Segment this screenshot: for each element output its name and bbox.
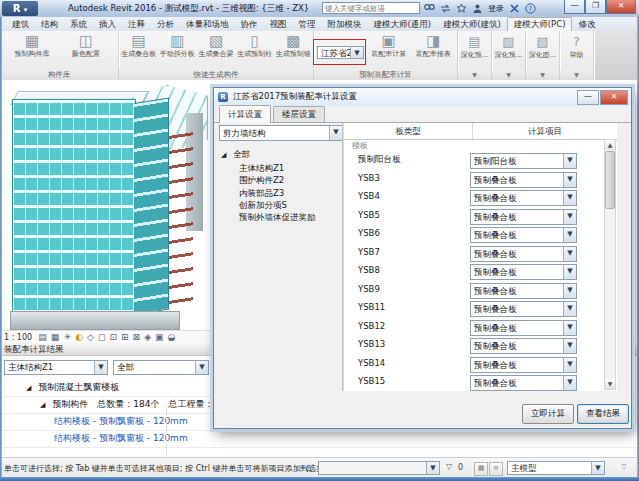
building-3d-model[interactable] [8, 83, 208, 330]
search-input[interactable] [322, 2, 420, 14]
ribbon-tab[interactable]: 插入 [93, 17, 122, 31]
home-icon[interactable]: ⌂ [305, 462, 311, 473]
category-select[interactable]: 主体结构Z1▼ [4, 360, 108, 375]
calc-item-select[interactable]: 预制叠合板▼ [470, 301, 577, 317]
sign-in-label[interactable]: 登录 [488, 3, 504, 14]
design-option-select[interactable]: 主模型▼ [507, 461, 605, 475]
tree-item[interactable]: 主体结构Z1 [221, 162, 346, 174]
view-control-icon[interactable]: ◻ [98, 331, 105, 343]
calc-item-select[interactable]: 预制叠合板▼ [470, 246, 577, 262]
ribbon-tab[interactable]: 分析 [151, 17, 180, 31]
table-scrollbar[interactable]: ▲ ▼ [604, 139, 616, 390]
panel-expand-arrow-icon[interactable]: ▼ [458, 70, 491, 80]
calc-item-select[interactable]: 预制阳台板▼ [470, 153, 577, 169]
ribbon-mini-panel-button[interactable]: ? 帮助 ▼ [560, 31, 594, 80]
calculate-now-button[interactable]: 立即计算 [522, 404, 574, 424]
view-control-icon[interactable]: ⊠ [133, 331, 141, 343]
ribbon-button[interactable]: ▩ 生成预制墙 [274, 31, 312, 69]
dialog-minimize-button[interactable]: — [577, 90, 599, 105]
dialog-close-button[interactable]: ✕ [600, 90, 628, 105]
favorites-star-icon[interactable] [456, 3, 467, 14]
expanded-triangle-icon[interactable]: ◢ [221, 151, 226, 159]
dialog-tab[interactable]: 楼层设置 [273, 106, 325, 122]
tree-item[interactable]: 围护构件Z2 [221, 174, 346, 186]
ribbon-tab[interactable]: 结构 [35, 17, 64, 31]
standard-select[interactable]: 江苏省2017▼ [317, 46, 364, 59]
view-control-icon[interactable]: ▤ [38, 331, 47, 343]
ribbon-tab[interactable]: 建筑 [6, 17, 35, 31]
ribbon-button[interactable]: ▤ 生成叠合板 [120, 31, 158, 69]
ribbon-mini-panel-button[interactable]: ▤ 深化预... ▼ [458, 31, 492, 80]
tree-item[interactable]: 创新加分项S [221, 199, 346, 211]
user-icon[interactable] [472, 3, 483, 14]
ribbon-tab[interactable]: 附加模块 [322, 17, 368, 31]
calc-item-select[interactable]: 预制叠合板▼ [470, 264, 577, 280]
calc-item-select[interactable]: 预制叠合板▼ [470, 320, 577, 336]
component-link-row[interactable]: 结构楼板 - 预制飘窗板 - 120mm [0, 430, 639, 448]
view-control-icon[interactable]: ◒ [168, 331, 176, 343]
ribbon-mini-panel-button[interactable]: ▨ 深化预... ▼ [492, 31, 526, 80]
ribbon-tab[interactable]: 管理 [293, 17, 322, 31]
view-control-icon[interactable]: ☀ [63, 331, 71, 343]
calc-item-select[interactable]: 预制叠合板▼ [470, 190, 577, 206]
scroll-down-icon[interactable]: ▼ [605, 379, 615, 389]
scroll-up-icon[interactable]: ▲ [605, 140, 615, 150]
calc-item-select[interactable]: 预制叠合板▼ [470, 209, 577, 225]
view-control-icon[interactable]: ▦ [51, 331, 60, 343]
search-icon[interactable] [424, 3, 435, 14]
ribbon-tab[interactable]: 系统 [64, 17, 93, 31]
calc-item-select[interactable]: 预制叠合板▼ [470, 283, 577, 299]
view-control-icon[interactable]: ▣ [155, 331, 164, 343]
filter-selection-icon[interactable]: ▽ [618, 462, 630, 474]
view-scale[interactable]: 1 : 100 [4, 333, 32, 342]
expanded-triangle-icon[interactable]: ◢ [40, 401, 45, 409]
exchange-icon[interactable] [440, 3, 451, 14]
tree-item[interactable]: 内装部品Z3 [221, 187, 346, 199]
ribbon-tab[interactable]: 注释 [122, 17, 151, 31]
ribbon-button[interactable]: ▥ 手动拆分板 [158, 31, 196, 69]
select-toggle-icon[interactable]: ▦ [474, 462, 488, 476]
view-control-icon[interactable]: ◐ [75, 331, 83, 343]
panel-expand-arrow-icon[interactable]: ▼ [560, 70, 593, 80]
panel-expand-arrow-icon[interactable]: ▼ [526, 70, 559, 80]
view-control-icon[interactable]: ⊞ [121, 331, 129, 343]
exchange-apps-icon[interactable] [509, 3, 520, 14]
calc-item-select[interactable]: 预制叠合板▼ [470, 227, 577, 243]
calc-item-select[interactable]: 预制叠合板▼ [470, 172, 577, 188]
drag-toggle-icon[interactable]: ≡ [489, 462, 503, 476]
dialog-tab[interactable]: 计算设置 [219, 105, 271, 123]
panel-expand-arrow-icon[interactable]: ▼ [492, 70, 525, 80]
ribbon-tab[interactable]: 建模大师(PC) [507, 17, 573, 31]
ribbon-button[interactable]: ▯ 生成预制柱 [236, 31, 274, 69]
ribbon-button[interactable]: ◨ 装配率报表 [411, 31, 455, 69]
view-control-icon[interactable]: ◇ [87, 331, 94, 343]
calc-item-select[interactable]: 预制叠合板▼ [470, 338, 577, 354]
minimize-button[interactable]: — [564, 0, 585, 14]
ribbon-tab[interactable]: 建模大师(建筑) [437, 17, 507, 31]
worksets-select[interactable]: ▼ [318, 461, 440, 475]
ribbon-button[interactable]: ▦ 预制构件库 [10, 31, 54, 69]
filter-icon[interactable]: ▽ [446, 462, 452, 471]
ribbon-button[interactable]: ▧ 生成叠合梁 [197, 31, 235, 69]
expanded-triangle-icon[interactable]: ◢ [26, 384, 31, 392]
ribbon-tab[interactable]: 修改 [572, 17, 601, 31]
maximize-button[interactable]: ❐ [585, 0, 606, 14]
filter-select[interactable]: 全部▼ [113, 360, 209, 375]
view-control-icon[interactable]: ⊡ [110, 331, 118, 343]
structure-type-select[interactable]: 剪力墙结构▼ [219, 125, 343, 141]
tree-root[interactable]: ◢ 全部 [221, 148, 346, 162]
scrollbar-thumb[interactable] [605, 151, 615, 209]
ribbon-button[interactable]: ◫ 颜色配置 [64, 31, 108, 69]
app-menu-button[interactable]: R ▾ [2, 1, 38, 16]
view-results-button[interactable]: 查看结果 [577, 404, 629, 424]
close-button[interactable]: ✕ [606, 0, 636, 14]
help-icon[interactable]: ? [525, 3, 536, 14]
ribbon-tab[interactable]: 建模大师(通用) [368, 17, 438, 31]
calc-item-select[interactable]: 预制叠合板▼ [470, 357, 577, 373]
view-control-icon[interactable]: ◈ [144, 331, 151, 343]
ribbon-mini-panel-button[interactable]: ▧ 深化图... ▼ [526, 31, 560, 80]
calc-item-select[interactable]: 预制叠合板▼ [470, 375, 577, 391]
tree-item[interactable]: 预制外墙体促进奖励 [221, 211, 346, 223]
ribbon-button[interactable]: ▣ 装配率计算 [367, 31, 411, 69]
ribbon-tab[interactable]: 协作 [235, 17, 264, 31]
